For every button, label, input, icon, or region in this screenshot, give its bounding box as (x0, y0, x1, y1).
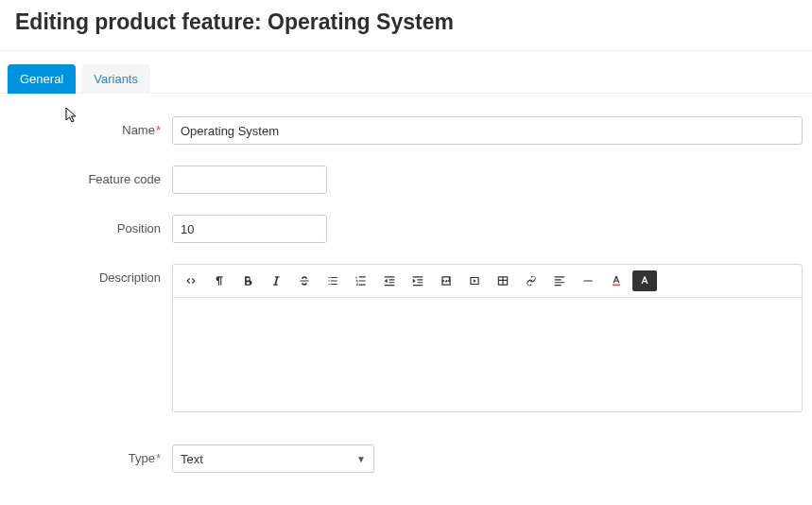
position-input[interactable] (172, 215, 327, 243)
type-select-value: Text (181, 452, 203, 466)
bold-icon[interactable] (235, 270, 260, 291)
bg-color-icon[interactable] (632, 270, 657, 291)
text-color-icon[interactable] (604, 270, 629, 291)
link-icon[interactable] (519, 270, 544, 291)
code-view-icon[interactable] (179, 270, 203, 291)
align-icon[interactable] (547, 270, 572, 291)
form: Name* Feature code Position Description (0, 94, 812, 473)
tabs: General Variants (0, 51, 812, 94)
feature-code-label: Feature code (0, 165, 172, 186)
description-label: Description (0, 264, 172, 285)
position-label: Position (0, 215, 172, 235)
italic-icon[interactable] (264, 270, 288, 291)
tab-variants[interactable]: Variants (81, 64, 150, 94)
editor-toolbar (173, 265, 802, 298)
paragraph-icon[interactable] (207, 270, 232, 291)
outdent-icon[interactable] (377, 270, 402, 291)
tab-general[interactable]: General (8, 64, 76, 94)
name-input[interactable] (172, 116, 803, 145)
name-label: Name* (0, 116, 172, 137)
indent-icon[interactable] (406, 270, 430, 291)
type-select[interactable]: Text ▼ (172, 444, 374, 473)
type-label: Type* (0, 444, 172, 465)
table-icon[interactable] (491, 270, 515, 291)
page-title: Editing product feature: Operating Syste… (15, 9, 797, 35)
chevron-down-icon: ▼ (356, 454, 366, 464)
video-icon[interactable] (462, 270, 487, 291)
rich-text-editor (172, 264, 803, 412)
feature-code-input[interactable] (172, 165, 327, 194)
svg-rect-0 (613, 285, 620, 287)
ul-icon[interactable] (320, 270, 345, 291)
hr-icon[interactable] (576, 270, 600, 291)
description-textarea[interactable] (173, 298, 802, 411)
strike-icon[interactable] (292, 270, 317, 291)
image-icon[interactable] (434, 270, 458, 291)
ol-icon[interactable] (349, 270, 373, 291)
